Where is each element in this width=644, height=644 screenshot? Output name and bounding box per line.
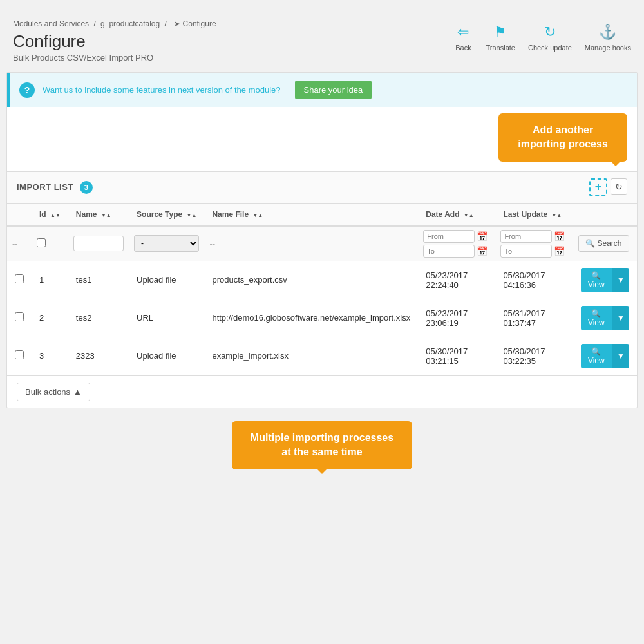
row3-date-add: 05/30/2017 03:21:15 <box>418 337 495 375</box>
breadcrumb: Modules and Services / g_productcatalog … <box>13 19 219 28</box>
translate-icon: ⚑ <box>491 23 510 42</box>
translate-label: Translate <box>486 44 515 52</box>
filter-id-checkbox[interactable] <box>37 238 46 247</box>
breadcrumb-configure: ➤ Configure <box>174 19 216 28</box>
last-update-to-input[interactable] <box>500 245 552 258</box>
filter-id-cell <box>32 226 68 261</box>
search-button[interactable]: 🔍 Search <box>578 235 629 252</box>
last-update-to-calendar-icon[interactable]: 📅 <box>554 246 565 256</box>
filter-source-type-select[interactable]: - Upload file URL <box>134 235 199 252</box>
last-update-from-row: 📅 <box>500 230 567 243</box>
row2-checkbox[interactable] <box>15 312 24 321</box>
bulk-actions-label: Bulk actions <box>25 387 70 397</box>
content-area: ? Want us to include some features in ne… <box>6 72 638 408</box>
page-title: Configure <box>13 32 219 52</box>
row2-id: 2 <box>32 299 68 337</box>
col-actions <box>573 204 638 226</box>
back-label: Back <box>455 44 471 52</box>
filter-name-file-cell: -- <box>204 226 418 261</box>
check-update-button[interactable]: ↻ Check update <box>528 23 572 52</box>
col-source-type: Source Type ▼▲ <box>129 204 204 226</box>
title-section: Modules and Services / g_productcatalog … <box>13 19 219 62</box>
info-banner: ? Want us to include some features in ne… <box>7 73 637 107</box>
row2-view-button[interactable]: 🔍 View <box>581 306 612 330</box>
col-last-update: Last Update ▼▲ <box>495 204 573 226</box>
bulk-actions-area: Bulk actions ▲ <box>7 375 637 408</box>
row3-actions: 🔍 View ▼ <box>573 337 638 375</box>
row1-date-add: 05/23/2017 22:24:40 <box>418 261 495 299</box>
date-add-to-input[interactable] <box>423 245 475 258</box>
col-source-type-label: Source Type <box>137 210 182 219</box>
col-date-add-label: Date Add <box>426 210 459 219</box>
back-button[interactable]: ⇦ Back <box>453 23 473 52</box>
filter-source-type-cell: - Upload file URL <box>129 226 204 261</box>
table-row: 2 tes2 URL http://demo16.globosoftware.n… <box>7 299 637 337</box>
filter-row: -- - Upload file URL <box>7 226 637 261</box>
date-add-from-calendar-icon[interactable]: 📅 <box>477 231 488 242</box>
col-name-file-label: Name File <box>212 210 249 219</box>
toolbar: ⇦ Back ⚑ Translate ↻ Check update ⚓ Mana… <box>453 23 631 52</box>
date-add-sort-icons[interactable]: ▼▲ <box>464 213 474 218</box>
row3-id: 3 <box>32 337 68 375</box>
row1-view-button[interactable]: 🔍 View <box>581 268 612 292</box>
page-wrapper: Modules and Services / g_productcatalog … <box>0 0 644 644</box>
row2-name: tes2 <box>68 299 129 337</box>
manage-hooks-button[interactable]: ⚓ Manage hooks <box>585 23 631 52</box>
last-update-from-calendar-icon[interactable]: 📅 <box>554 231 565 242</box>
row2-source-type: URL <box>129 299 204 337</box>
date-add-from-row: 📅 <box>423 230 490 243</box>
last-update-filter: 📅 📅 <box>500 230 567 258</box>
check-update-icon: ↻ <box>540 23 560 42</box>
refresh-button[interactable]: ↻ <box>611 178 627 195</box>
row1-name-file: products_export.csv <box>204 261 418 299</box>
filter-date-add-cell: 📅 📅 <box>418 226 495 261</box>
row2-last-update: 05/31/2017 01:37:47 <box>495 299 573 337</box>
source-type-sort-icons[interactable]: ▼▲ <box>187 213 197 218</box>
manage-hooks-label: Manage hooks <box>585 44 631 52</box>
breadcrumb-modules[interactable]: Modules and Services <box>13 19 89 28</box>
row1-view-dropdown[interactable]: ▼ <box>612 268 629 292</box>
share-idea-button[interactable]: Share your idea <box>295 80 372 99</box>
row1-id: 1 <box>32 261 68 299</box>
translate-button[interactable]: ⚑ Translate <box>486 23 515 52</box>
row3-last-update: 05/30/2017 03:22:35 <box>495 337 573 375</box>
row3-view-button[interactable]: 🔍 View <box>581 344 612 368</box>
filter-search-cell: 🔍 Search <box>573 226 638 261</box>
row1-view-group: 🔍 View ▼ <box>581 268 630 292</box>
date-add-to-row: 📅 <box>423 245 490 258</box>
top-callout: Add another importing process <box>498 113 627 162</box>
breadcrumb-catalog[interactable]: g_productcatalog <box>100 19 160 28</box>
manage-hooks-icon: ⚓ <box>598 23 618 42</box>
bottom-callout: Multiple importing processes at the same… <box>232 421 412 469</box>
date-add-from-input[interactable] <box>423 230 475 243</box>
add-import-button[interactable]: + <box>589 178 607 196</box>
bulk-actions-button[interactable]: Bulk actions ▲ <box>17 383 90 401</box>
col-last-update-label: Last Update <box>503 210 547 219</box>
id-sort-icons[interactable]: ▲▼ <box>50 213 61 218</box>
top-callout-wrapper: Add another importing process <box>7 113 637 162</box>
banner-text: Want us to include some features in next… <box>43 85 281 95</box>
table-row: 1 tes1 Upload file products_export.csv 0… <box>7 261 637 299</box>
filter-name-input[interactable] <box>73 236 124 251</box>
col-name: Name ▼▲ <box>68 204 129 226</box>
import-list-title: IMPORT LIST <box>17 182 73 192</box>
row1-source-type: Upload file <box>129 261 204 299</box>
date-add-filter: 📅 📅 <box>423 230 490 258</box>
col-id-label: Id <box>39 210 46 219</box>
import-list-count: 3 <box>80 181 93 194</box>
last-update-to-row: 📅 <box>500 245 567 258</box>
row2-view-dropdown[interactable]: ▼ <box>612 306 629 330</box>
name-file-sort-icons[interactable]: ▼▲ <box>252 213 263 218</box>
page-subtitle: Bulk Products CSV/Excel Import PRO <box>13 53 219 62</box>
last-update-sort-icons[interactable]: ▼▲ <box>551 213 562 218</box>
bulk-actions-arrow-icon: ▲ <box>73 387 82 397</box>
last-update-from-input[interactable] <box>500 230 552 243</box>
row1-checkbox[interactable] <box>15 274 24 283</box>
col-checkbox <box>7 204 32 226</box>
date-add-to-calendar-icon[interactable]: 📅 <box>477 246 488 256</box>
row3-checkbox[interactable] <box>15 350 24 359</box>
row2-date-add: 05/23/2017 23:06:19 <box>418 299 495 337</box>
name-sort-icons[interactable]: ▼▲ <box>101 213 111 218</box>
row3-view-dropdown[interactable]: ▼ <box>612 344 629 368</box>
col-name-file: Name File ▼▲ <box>204 204 418 226</box>
